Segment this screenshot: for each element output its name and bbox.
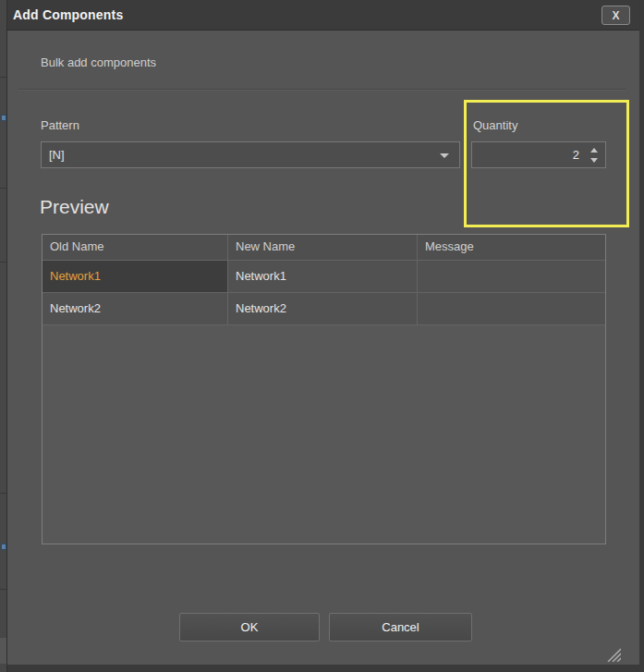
background-app-icon bbox=[1, 544, 6, 550]
table-cell-old-name[interactable]: Network1 bbox=[43, 261, 228, 293]
dialog-body: Bulk add components Pattern [N] Quantity… bbox=[7, 31, 639, 665]
quantity-stepper[interactable]: 2 bbox=[471, 141, 606, 168]
resize-grip-icon[interactable] bbox=[604, 645, 621, 662]
background-app-edge bbox=[0, 0, 7, 672]
ok-button[interactable]: OK bbox=[179, 613, 320, 641]
table-cell-message[interactable] bbox=[418, 293, 605, 325]
cancel-button[interactable]: Cancel bbox=[329, 613, 472, 641]
chevron-down-icon bbox=[440, 153, 449, 158]
background-app-divider bbox=[0, 188, 6, 189]
close-button[interactable]: x bbox=[601, 6, 630, 25]
background-app-icon bbox=[1, 115, 6, 121]
table-cell-old-name[interactable]: Network2 bbox=[43, 293, 228, 325]
quantity-label: Quantity bbox=[473, 118, 517, 132]
separator bbox=[18, 89, 626, 91]
column-header-message[interactable]: Message bbox=[418, 235, 605, 261]
background-app-divider bbox=[0, 77, 6, 78]
table-cell-message[interactable] bbox=[418, 261, 605, 293]
dialog-subtitle: Bulk add components bbox=[41, 55, 156, 69]
background-app-divider bbox=[0, 589, 6, 590]
dialog-titlebar[interactable]: Add Components x bbox=[7, 0, 639, 31]
close-icon: x bbox=[612, 10, 619, 21]
column-header-new-name[interactable]: New Name bbox=[228, 235, 418, 261]
column-header-old-name[interactable]: Old Name bbox=[43, 235, 228, 261]
quantity-decrement-button[interactable] bbox=[588, 154, 601, 165]
add-components-dialog: Add Components x Bulk add components Pat… bbox=[7, 0, 644, 672]
table-cell-new-name[interactable]: Network2 bbox=[228, 293, 418, 325]
spinner-down-icon bbox=[590, 158, 598, 163]
pattern-label: Pattern bbox=[41, 118, 79, 132]
pattern-dropdown[interactable]: [N] bbox=[41, 141, 460, 168]
pattern-value: [N] bbox=[49, 148, 65, 162]
dialog-title: Add Components bbox=[13, 7, 123, 22]
table-empty-area bbox=[43, 325, 605, 544]
quantity-value: 2 bbox=[573, 148, 579, 162]
preview-table: Old Name New Name Message Network1 Netwo… bbox=[42, 234, 606, 544]
preview-heading: Preview bbox=[40, 196, 109, 218]
spinner-up-icon bbox=[590, 148, 598, 153]
background-app-segment bbox=[0, 638, 6, 664]
background-app-divider bbox=[0, 262, 6, 263]
table-cell-new-name[interactable]: Network1 bbox=[228, 261, 418, 293]
background-app-divider bbox=[0, 493, 6, 494]
